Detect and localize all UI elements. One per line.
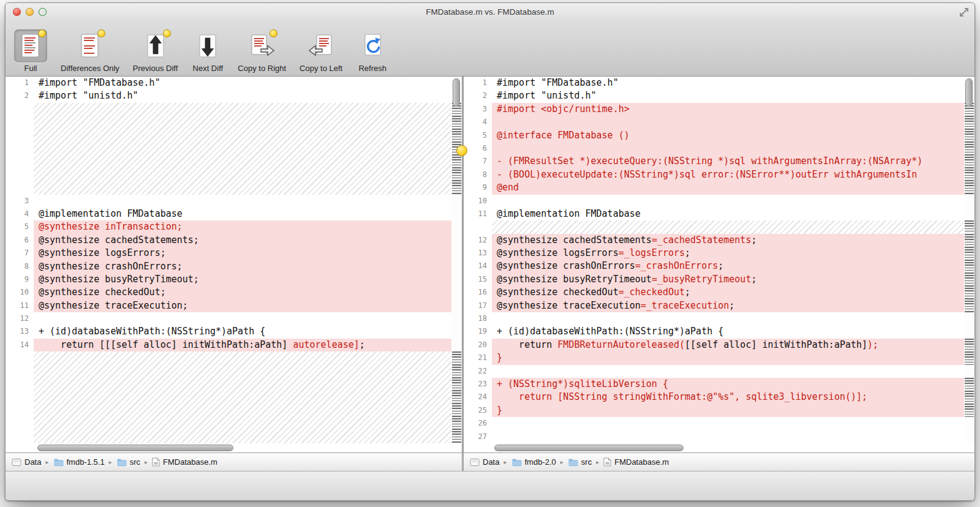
- yellow-badge: [97, 29, 105, 37]
- vertical-scrollbar-thumb[interactable]: [453, 78, 460, 107]
- right-diff-map[interactable]: [964, 77, 974, 443]
- changed-text: #import <objc/runtime.h>: [497, 103, 630, 115]
- code-row: 26: [464, 417, 974, 430]
- changed-text: );: [867, 339, 878, 350]
- toolbar-button-full[interactable]: Full: [14, 29, 47, 73]
- toolbar-button-label: Next Diff: [193, 64, 224, 73]
- code-row: 2#import "unistd.h": [464, 89, 974, 102]
- line-number: 11: [6, 299, 34, 312]
- code-line: @implementation FMDatabase: [492, 208, 974, 220]
- diff-map-segment: [965, 103, 974, 195]
- code-line: [492, 365, 974, 378]
- code-row: 17@synthesize traceExecution=_traceExecu…: [464, 299, 974, 312]
- breadcrumb-item[interactable]: fmdb-2.0: [511, 457, 556, 467]
- line-number: 13: [464, 247, 492, 260]
- code-row: 12: [6, 312, 462, 325]
- code-row: 1#import "FMDatabase.h": [464, 77, 974, 89]
- code-row: 7- (FMResultSet *)executeQuery:(NSString…: [464, 155, 974, 168]
- diff-gap-region: [6, 103, 462, 195]
- breadcrumb-label: src: [130, 457, 140, 467]
- line-number: 12: [6, 312, 34, 325]
- code-line: @synthesize busyRetryTimeout;: [34, 273, 462, 286]
- code-row: 13+ (id)databaseWithPath:(NSString*)aPat…: [6, 325, 462, 338]
- code-line: @synthesize checkedOut=_checkedOut;: [492, 286, 974, 299]
- down-arrow-icon: [191, 29, 224, 62]
- changed-text: @interface FMDatabase (): [497, 130, 630, 141]
- code-line: #import "unistd.h": [492, 89, 974, 102]
- breadcrumb-item[interactable]: mFMDatabase.m: [603, 457, 669, 467]
- horizontal-scrollbar-thumb[interactable]: [494, 445, 684, 451]
- left-file-content[interactable]: 1#import "FMDatabase.h"2#import "unistd.…: [6, 77, 462, 443]
- line-number: 16: [464, 286, 492, 299]
- code-text: ;: [718, 260, 723, 271]
- gap-hatch: [34, 103, 462, 195]
- volume-icon: [470, 458, 480, 467]
- code-line: [492, 116, 974, 129]
- line-number: 15: [464, 273, 492, 286]
- breadcrumb-item[interactable]: src: [568, 457, 592, 467]
- line-number: 1: [6, 77, 34, 89]
- code-text: ;: [751, 274, 756, 285]
- code-line: + (id)databaseWithPath:(NSString*)aPath …: [492, 325, 974, 338]
- line-number: 5: [6, 220, 34, 233]
- breadcrumb-item[interactable]: src: [116, 457, 140, 467]
- yellow-badge: [163, 29, 171, 37]
- code-line: + (NSString*)sqliteLibVersion {: [492, 378, 974, 391]
- toolbar-button-previous-diff[interactable]: Previous Diff: [133, 29, 178, 73]
- breadcrumb-item[interactable]: Data: [12, 457, 41, 467]
- line-number: 3: [464, 103, 492, 116]
- differences-document-icon: [74, 29, 107, 62]
- line-number: 21: [464, 351, 492, 364]
- toolbar-button-next-diff[interactable]: Next Diff: [191, 29, 224, 73]
- code-line: @end: [492, 181, 974, 194]
- code-row: 10@synthesize checkedOut;: [6, 286, 462, 299]
- horizontal-scrollbar-thumb[interactable]: [37, 445, 233, 451]
- code-text: @synthesize cachedStatements: [497, 235, 652, 246]
- code-line: - (BOOL)executeUpdate:(NSString*)sql err…: [492, 168, 974, 181]
- toolbar-button-differences-only[interactable]: Differences Only: [61, 29, 119, 73]
- code-text: ;: [360, 339, 365, 350]
- horizontal-scrollbar[interactable]: [6, 443, 462, 453]
- code-line: }: [492, 351, 974, 364]
- code-row: 8- (BOOL)executeUpdate:(NSString*)sql er…: [464, 168, 974, 181]
- toolbar-button-label: Previous Diff: [133, 64, 178, 73]
- changed-text: =_cachedStatements: [652, 235, 752, 246]
- code-line: @synthesize busyRetryTimeout=_busyRetryT…: [492, 273, 974, 286]
- breadcrumb-item[interactable]: fmdb-1.5.1: [53, 457, 105, 467]
- breadcrumb-item[interactable]: Data: [470, 457, 499, 467]
- fullscreen-resize-icon[interactable]: [959, 7, 969, 20]
- code-row: 18: [464, 312, 974, 325]
- code-text: return [[[self alloc] initWithPath:aPath…: [39, 339, 293, 350]
- breadcrumb-separator: ▸: [560, 459, 564, 465]
- code-text: @implementation FMDatabase: [39, 208, 183, 219]
- code-text: ;: [685, 247, 690, 258]
- toolbar-button-label: Copy to Left: [300, 64, 342, 73]
- code-text: @synthesize crashOnErrors: [497, 260, 635, 271]
- toolbar-button-copy-to-right[interactable]: Copy to Right: [238, 29, 286, 73]
- code-line: @synthesize cachedStatements=_cachedStat…: [492, 234, 974, 247]
- toolbar-button-refresh[interactable]: Refresh: [356, 29, 389, 73]
- breadcrumb-separator: ▸: [45, 459, 48, 465]
- code-row: 11@implementation FMDatabase: [464, 208, 974, 220]
- code-text: @synthesize busyRetryTimeout;: [39, 274, 199, 285]
- horizontal-scrollbar[interactable]: [464, 443, 974, 453]
- right-breadcrumb: Data▸fmdb-2.0▸src▸mFMDatabase.m: [464, 453, 974, 471]
- breadcrumb-label: FMDatabase.m: [614, 457, 669, 467]
- toolbar-button-copy-to-left[interactable]: Copy to Left: [300, 29, 342, 73]
- right-file-content[interactable]: 1#import "FMDatabase.h"2#import "unistd.…: [464, 77, 974, 443]
- code-row: 16@synthesize checkedOut=_checkedOut;: [464, 286, 974, 299]
- vertical-scrollbar-thumb[interactable]: [965, 78, 973, 107]
- line-number: 14: [6, 339, 34, 351]
- gap-hatch: [34, 351, 462, 443]
- title-bar[interactable]: FMDatabase.m vs. FMDatabase.m: [6, 3, 974, 21]
- changed-text: autorelease]: [293, 339, 359, 350]
- left-diff-map[interactable]: [451, 77, 462, 443]
- changed-text: - (FMResultSet *)executeQuery:(NSString …: [497, 156, 922, 167]
- line-number: 10: [464, 195, 492, 208]
- diff-marker-dot[interactable]: [456, 145, 467, 156]
- breadcrumb-item[interactable]: mFMDatabase.m: [152, 457, 217, 467]
- toolbar-button-label: Differences Only: [61, 64, 119, 73]
- full-document-icon: [14, 29, 47, 62]
- line-number: 6: [6, 234, 34, 247]
- code-line: @synthesize traceExecution=_traceExecuti…: [492, 299, 974, 312]
